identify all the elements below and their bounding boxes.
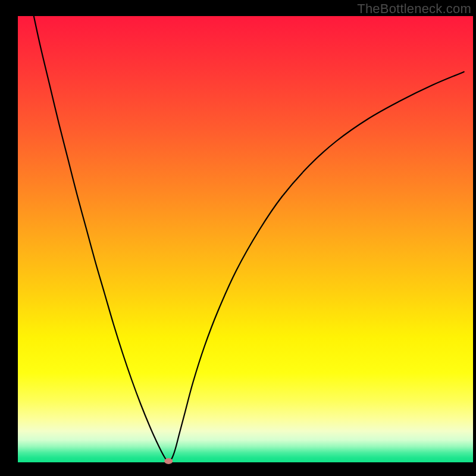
- chart-frame: TheBottleneck.com: [0, 0, 476, 476]
- optimal-point-marker: [164, 458, 173, 464]
- watermark-text: TheBottleneck.com: [357, 1, 471, 17]
- plot-background: [18, 16, 473, 462]
- bottleneck-chart: [0, 0, 476, 476]
